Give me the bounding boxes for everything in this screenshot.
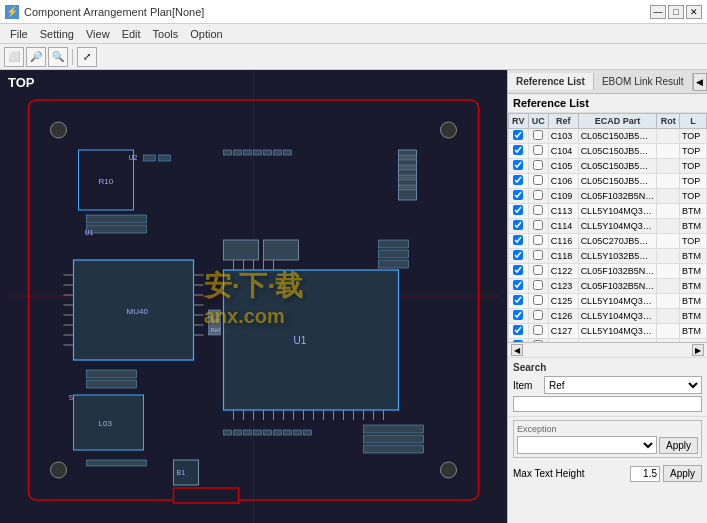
canvas-area[interactable]: TOP R10 <box>0 70 507 523</box>
uc-checkbox[interactable] <box>533 250 543 260</box>
menu-edit[interactable]: Edit <box>116 27 147 41</box>
rv-checkbox[interactable] <box>513 295 523 305</box>
uc-cell[interactable] <box>528 204 548 219</box>
uc-cell[interactable] <box>528 129 548 144</box>
uc-checkbox[interactable] <box>533 280 543 290</box>
table-row[interactable]: C125 CLL5Y104MQ3NL0 BTM <box>509 294 707 309</box>
uc-checkbox[interactable] <box>533 265 543 275</box>
table-row[interactable]: C127 CLL5Y104MQ3NL0 BTM <box>509 324 707 339</box>
uc-checkbox[interactable] <box>533 205 543 215</box>
rv-checkbox[interactable] <box>513 250 523 260</box>
table-row[interactable]: C123 CL05F1032B5NN90 BTM <box>509 279 707 294</box>
rv-cell[interactable] <box>509 219 529 234</box>
exception-select[interactable] <box>517 436 657 454</box>
col-rot[interactable]: Rot <box>657 114 680 129</box>
rv-cell[interactable] <box>509 189 529 204</box>
rv-cell[interactable] <box>509 294 529 309</box>
uc-checkbox[interactable] <box>533 175 543 185</box>
rv-cell[interactable] <box>509 159 529 174</box>
max-height-apply-button[interactable]: Apply <box>663 465 702 482</box>
rv-checkbox[interactable] <box>513 190 523 200</box>
rv-cell[interactable] <box>509 129 529 144</box>
uc-checkbox[interactable] <box>533 145 543 155</box>
tab-reference-list[interactable]: Reference List <box>508 73 594 90</box>
tab-ebom-link[interactable]: EBOM Link Result <box>594 73 693 90</box>
rv-checkbox[interactable] <box>513 280 523 290</box>
table-row[interactable]: C122 CL05F1032B5NN90 BTM <box>509 264 707 279</box>
uc-cell[interactable] <box>528 219 548 234</box>
rv-cell[interactable] <box>509 144 529 159</box>
uc-checkbox[interactable] <box>533 160 543 170</box>
col-loc[interactable]: L <box>679 114 706 129</box>
rv-cell[interactable] <box>509 264 529 279</box>
rv-checkbox[interactable] <box>513 235 523 245</box>
table-row[interactable]: C116 CL05C270JB5NN90 TOP <box>509 234 707 249</box>
maximize-button[interactable]: □ <box>668 5 684 19</box>
uc-cell[interactable] <box>528 189 548 204</box>
rv-cell[interactable] <box>509 174 529 189</box>
uc-checkbox[interactable] <box>533 235 543 245</box>
tool-button-1[interactable]: 🔎 <box>26 47 46 67</box>
rv-cell[interactable] <box>509 309 529 324</box>
minimize-button[interactable]: — <box>650 5 666 19</box>
uc-cell[interactable] <box>528 324 548 339</box>
rv-checkbox[interactable] <box>513 205 523 215</box>
menu-tools[interactable]: Tools <box>147 27 185 41</box>
uc-checkbox[interactable] <box>533 130 543 140</box>
uc-cell[interactable] <box>528 309 548 324</box>
rv-checkbox[interactable] <box>513 175 523 185</box>
uc-checkbox[interactable] <box>533 310 543 320</box>
table-row[interactable]: C118 CLL5Y1032B5NN270 BTM <box>509 249 707 264</box>
rv-cell[interactable] <box>509 249 529 264</box>
tool-button-3[interactable]: ⤢ <box>77 47 97 67</box>
rv-checkbox[interactable] <box>513 130 523 140</box>
uc-cell[interactable] <box>528 249 548 264</box>
search-input[interactable] <box>513 396 702 412</box>
uc-checkbox[interactable] <box>533 325 543 335</box>
search-item-select[interactable]: Ref Part Location Rotation <box>544 376 702 394</box>
tab-nav-left[interactable]: ◀ <box>693 73 707 91</box>
uc-cell[interactable] <box>528 264 548 279</box>
rv-cell[interactable] <box>509 324 529 339</box>
table-row[interactable]: C104 CL05C150JB5NN0 TOP <box>509 144 707 159</box>
rv-cell[interactable] <box>509 234 529 249</box>
rv-cell[interactable] <box>509 279 529 294</box>
uc-cell[interactable] <box>528 294 548 309</box>
rv-checkbox[interactable] <box>513 220 523 230</box>
menu-file[interactable]: File <box>4 27 34 41</box>
table-row[interactable]: C126 CLL5Y104MQ3NL0 BTM <box>509 309 707 324</box>
table-row[interactable]: C109 CL05F1032B5NN90 TOP <box>509 189 707 204</box>
exception-apply-button[interactable]: Apply <box>659 437 698 454</box>
col-part[interactable]: ECAD Part <box>578 114 657 129</box>
max-height-input[interactable] <box>630 466 660 482</box>
rv-checkbox[interactable] <box>513 160 523 170</box>
uc-checkbox[interactable] <box>533 190 543 200</box>
rv-checkbox[interactable] <box>513 310 523 320</box>
tool-button-2[interactable]: 🔍 <box>48 47 68 67</box>
table-row[interactable]: C105 CL05C150JB5NN270 TOP <box>509 159 707 174</box>
uc-checkbox[interactable] <box>533 220 543 230</box>
menu-option[interactable]: Option <box>184 27 228 41</box>
rv-checkbox[interactable] <box>513 145 523 155</box>
rv-checkbox[interactable] <box>513 265 523 275</box>
col-rv[interactable]: RV <box>509 114 529 129</box>
uc-cell[interactable] <box>528 174 548 189</box>
tool-button-0[interactable]: ⬜ <box>4 47 24 67</box>
col-ref[interactable]: Ref <box>548 114 578 129</box>
col-uc[interactable]: UC <box>528 114 548 129</box>
uc-cell[interactable] <box>528 279 548 294</box>
scroll-left-btn[interactable]: ◀ <box>511 344 523 356</box>
close-button[interactable]: ✕ <box>686 5 702 19</box>
rv-checkbox[interactable] <box>513 325 523 335</box>
uc-cell[interactable] <box>528 234 548 249</box>
table-row[interactable]: C106 CL05C150JB5NN90 TOP <box>509 174 707 189</box>
reference-table-container[interactable]: RV UC Ref ECAD Part Rot L C103 CL05C150J… <box>508 113 707 343</box>
uc-cell[interactable] <box>528 159 548 174</box>
table-row[interactable]: C114 CLL5Y104MQ3NL270 BTM <box>509 219 707 234</box>
uc-checkbox[interactable] <box>533 295 543 305</box>
rv-cell[interactable] <box>509 204 529 219</box>
table-row[interactable]: C113 CLL5Y104MQ3NL270 BTM <box>509 204 707 219</box>
scroll-right-btn[interactable]: ▶ <box>692 344 704 356</box>
table-row[interactable]: C103 CL05C150JB5NN90 TOP <box>509 129 707 144</box>
uc-cell[interactable] <box>528 144 548 159</box>
